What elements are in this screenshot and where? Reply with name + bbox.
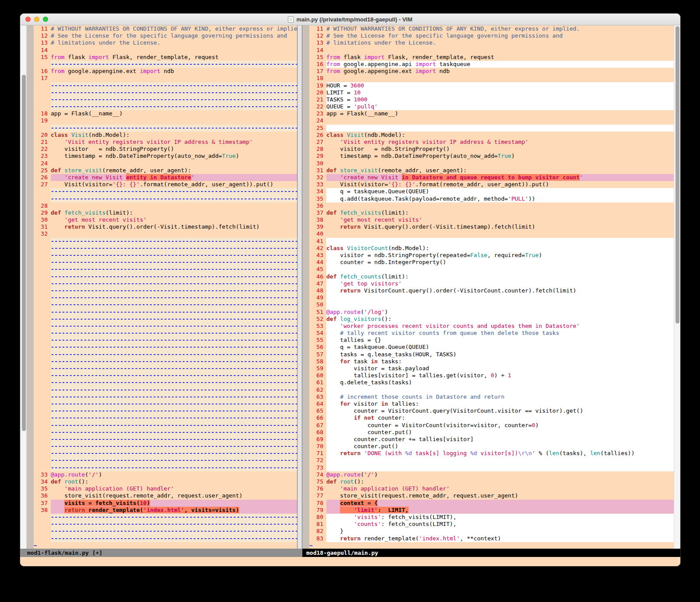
close-button[interactable] [25,17,31,22]
code-line[interactable]: 68 counter.put() [302,429,674,436]
code-line[interactable]: 47 'get top visitors' [302,280,674,287]
code-line[interactable]: 37def fetch_visits(limit): [302,209,674,216]
code-line[interactable]: 15from flask import Flask, render_templa… [302,54,674,61]
code-line[interactable]: 73 [302,464,674,471]
code-line[interactable]: 34 q = taskqueue.Queue(QUEUE) [302,188,674,195]
code-line[interactable]: 82 } [302,528,674,535]
right-scrollbar-thumb[interactable] [676,26,679,324]
code-line[interactable]: 16from google.appengine.ext import ndb [27,68,297,75]
code-line[interactable]: 16from google.appengine.api import taskq… [302,61,674,68]
code-line[interactable]: 32 [27,230,297,237]
code-line[interactable]: 48 return VisitorCount.query().order(-Vi… [302,287,674,294]
code-line[interactable]: 29def fetch_visits(limit): [27,209,297,216]
code-line[interactable]: 39 return Visit.query().order(-Visit.tim… [302,223,674,230]
code-line[interactable]: 21 'Visit entity registers visitor IP ad… [27,139,297,146]
code-line[interactable]: 31def store_visit(remote_addr, user_agen… [302,167,674,174]
code-line[interactable]: 19 [27,117,297,124]
code-line[interactable]: 55 tallies = {} [302,337,674,344]
code-line[interactable]: 65 counter = VisitorCount.query(VisitorC… [302,407,674,414]
code-line[interactable]: 60 tallies[visitor] = tallies.get(visito… [302,372,674,379]
code-line[interactable]: 69 counter.counter += tallies[visitor] [302,436,674,443]
code-line[interactable]: 74@app.route('/') [302,471,674,478]
statusline-right[interactable]: mod18-gaepull/main.py [302,549,680,557]
code-line[interactable]: 32 'create new Visit in Datastore and qu… [302,174,674,181]
code-line[interactable]: 24 [302,117,674,124]
code-line[interactable]: 22QUEUE = 'pullq' [302,103,674,110]
code-line[interactable]: 18app = Flask(__name__) [27,110,297,117]
code-line[interactable]: 28 visitor = ndb.StringProperty() [302,146,674,153]
code-line[interactable]: 38 'get most recent visits' [302,216,674,223]
code-line[interactable]: 70 counter.put() [302,443,674,450]
code-line[interactable]: 23 timestamp = ndb.DateTimeProperty(auto… [27,153,297,160]
code-line[interactable]: 81 'counts': fetch_counts(LIMIT), [302,521,674,528]
code-line[interactable]: 33@app.route('/') [27,471,297,478]
code-line[interactable]: 14 [302,47,674,54]
code-line[interactable]: 25def store_visit(remote_addr, user_agen… [27,167,297,174]
editor-pane-left[interactable]: 11# WITHOUT WARRANTIES OR CONDITIONS OF … [27,25,297,549]
statusline-left[interactable]: mod1-flask/main.py [+] [20,549,302,557]
code-line[interactable]: 27 Visit(visitor='{}: {}'.format(remote_… [27,181,297,188]
zoom-button[interactable] [43,17,48,22]
code-line[interactable]: 83 return render_template('index.html', … [302,535,674,542]
code-line[interactable]: 13# limitations under the License. [302,39,674,46]
code-line[interactable]: 46def fetch_counts(limit): [302,273,674,280]
code-line[interactable]: 18 [302,75,674,82]
code-line[interactable]: 50 [302,301,674,308]
code-line[interactable]: 35 q.add(taskqueue.Task(payload=remote_a… [302,195,674,202]
code-line[interactable]: 37 visits = fetch_visits(10) [27,500,297,507]
code-line[interactable]: 14 [27,47,297,54]
code-line[interactable]: 22 visitor = ndb.StringProperty() [27,146,297,153]
code-line[interactable]: 45 [302,266,674,273]
code-line[interactable]: 26class Visit(ndb.Model): [302,132,674,139]
code-line[interactable]: 21TASKS = 1000 [302,96,674,103]
code-line[interactable]: 72 [302,457,674,464]
code-line[interactable]: 12# See the License for the specific lan… [27,32,297,39]
minimize-button[interactable] [34,17,39,22]
left-scrollbar[interactable] [20,25,27,549]
code-line[interactable]: 58 for task in tasks: [302,358,674,365]
code-line[interactable]: 31 return Visit.query().order(-Visit.tim… [27,223,297,230]
code-line[interactable]: 80 'visits': fetch_visits(LIMIT), [302,514,674,521]
code-line[interactable]: 41 [302,238,674,245]
code-line[interactable]: 11# WITHOUT WARRANTIES OR CONDITIONS OF … [27,25,297,32]
code-line[interactable]: 25 [302,125,674,132]
code-line[interactable]: 57 tasks = q.lease_tasks(HOUR, TASKS) [302,351,674,358]
code-line[interactable]: 42class VisitorCount(ndb.Model): [302,245,674,252]
code-line[interactable]: 17from google.appengine.ext import ndb [302,68,674,75]
code-line[interactable]: 35 'main application (GET) handler' [27,485,297,492]
code-line[interactable]: 40 [302,230,674,237]
code-line[interactable]: 36 [302,202,674,209]
code-line[interactable]: 53 'worker processes recent visitor coun… [302,323,674,330]
code-line[interactable]: 78 context = { [302,500,674,507]
editor-pane-right[interactable]: 11# WITHOUT WARRANTIES OR CONDITIONS OF … [302,25,674,549]
right-scrollbar[interactable] [674,25,680,549]
code-line[interactable]: 29 timestamp = ndb.DateTimeProperty(auto… [302,153,674,160]
code-line[interactable]: 56 q = taskqueue.Queue(QUEUE) [302,344,674,351]
code-line[interactable]: 11# WITHOUT WARRANTIES OR CONDITIONS OF … [302,25,674,32]
code-line[interactable]: 13# limitations under the License. [27,39,297,46]
code-line[interactable]: 79 'limit': LIMIT, [302,507,674,514]
code-line[interactable]: 43 visitor = ndb.StringProperty(repeated… [302,252,674,259]
code-line[interactable]: 20class Visit(ndb.Model): [27,132,297,139]
code-line[interactable]: 23app = Flask(__name__) [302,110,674,117]
code-line[interactable]: 44 counter = ndb.IntegerProperty() [302,259,674,266]
code-line[interactable]: 17 [27,75,297,82]
code-line[interactable]: 15from flask import Flask, render_templa… [27,54,297,61]
left-scrollbar-thumb[interactable] [22,75,26,431]
code-line[interactable]: 33 Visit(visitor='{}: {}'.format(remote_… [302,181,674,188]
code-line[interactable]: 62 [302,386,674,393]
code-line[interactable]: 30 [302,160,674,167]
code-line[interactable]: 36 store_visit(request.remote_addr, requ… [27,492,297,499]
code-line[interactable]: 34def root(): [27,478,297,485]
code-line[interactable]: 76 'main application (GET) handler' [302,485,674,492]
code-line[interactable]: 38 return render_template('index.html', … [27,507,297,514]
code-line[interactable]: 19HOUR = 3600 [302,82,674,89]
code-line[interactable]: 30 'get most recent visits' [27,216,297,223]
code-line[interactable]: 51@app.route('/log') [302,309,674,316]
pane-divider[interactable] [297,25,302,549]
code-line[interactable]: 61 q.delete_tasks(tasks) [302,379,674,386]
code-line[interactable]: 20LIMIT = 10 [302,89,674,96]
code-line[interactable]: 52def log_visitors(): [302,316,674,323]
code-line[interactable]: 12# See the License for the specific lan… [302,32,674,39]
code-line[interactable]: 67 counter = VisitorCount(visitor=visito… [302,422,674,429]
